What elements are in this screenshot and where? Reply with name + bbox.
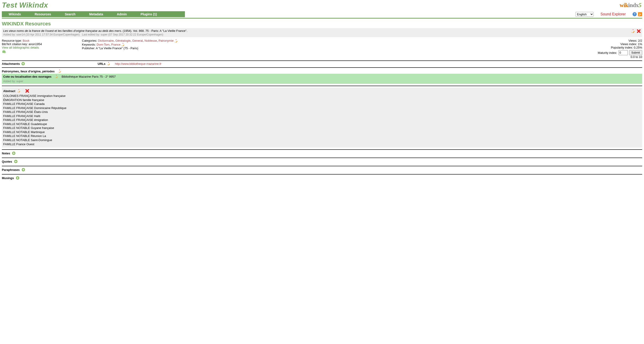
menu-admin[interactable]: Admin xyxy=(110,11,134,17)
abstract-line: FAMILLE FRANÇAISE États-Unis xyxy=(3,110,641,114)
category-link[interactable]: Dictionnaire xyxy=(98,39,114,42)
categories-label: Categories: xyxy=(82,39,98,42)
basket-add-icon[interactable] xyxy=(2,49,6,53)
pencil-icon[interactable] xyxy=(107,62,110,66)
paraphrases-label: Paraphrases xyxy=(2,168,20,172)
abstract-content: COLONIES FRANÇAISE immigration française… xyxy=(3,94,641,146)
urls-label: URLs xyxy=(98,62,106,66)
logo: wikindx5 xyxy=(620,2,641,9)
cote-label: Cote ou localisation des ouvrages xyxy=(3,75,52,78)
keywords-label: Keywords: xyxy=(82,43,96,46)
resource-type-label: Resource type: xyxy=(2,39,23,42)
delete-icon[interactable] xyxy=(25,89,29,93)
language-select[interactable]: English xyxy=(575,12,594,17)
abstract-line: ÉMIGRATION famille française xyxy=(3,98,641,102)
keyword-link[interactable]: Dom-Tom xyxy=(96,43,110,46)
plus-icon[interactable] xyxy=(14,160,18,163)
publisher: Publisher: A "La Vieille France" (75 - P… xyxy=(82,47,591,50)
added-by: Added by: user14 (10 Apr 2011 17:57:34 E… xyxy=(3,33,80,36)
patronymes-label: Patronymes, lieux d'origine, périodes xyxy=(2,70,55,73)
main-menu: Wikindx Resources Search Metadata Admin … xyxy=(2,11,185,17)
views-index: Views index: 1% xyxy=(598,42,642,46)
cote-value: Bibliothèque Mazarine Paris 75 - 2° 9957 xyxy=(62,75,116,78)
cote-added-by: Added by: super xyxy=(2,79,642,84)
pencil-icon[interactable] xyxy=(55,75,58,78)
category-link[interactable]: Noblesse xyxy=(144,39,157,42)
delete-icon[interactable] xyxy=(637,29,641,33)
keyword-link[interactable]: France xyxy=(111,43,120,46)
divider xyxy=(2,166,642,166)
category-link[interactable]: General xyxy=(132,39,143,42)
menu-resources[interactable]: Resources xyxy=(28,11,58,17)
musings-label: Musings xyxy=(2,176,14,180)
site-title: Test Wikindx xyxy=(2,1,642,10)
pencil-icon[interactable] xyxy=(631,29,635,33)
abstract-line: FAMILLE NOTABLE Guadeloupe xyxy=(3,122,641,126)
pencil-icon[interactable] xyxy=(58,69,62,73)
abstract-line: FAMILLE NOTABLE Martinique xyxy=(3,130,641,134)
page-heading: WIKINDX Resources xyxy=(2,21,642,27)
last-edited: Last edited by: super (07 Sep 2017 20:32… xyxy=(82,33,163,36)
menu-wikindx[interactable]: Wikindx xyxy=(2,11,28,17)
plus-icon[interactable] xyxy=(12,151,16,155)
menu-metadata[interactable]: Metadata xyxy=(82,11,110,17)
maturity-input[interactable] xyxy=(618,50,628,55)
view-all-link[interactable]: View all bibliographic details xyxy=(2,46,39,49)
maturity-label: Maturity index: xyxy=(598,51,617,55)
divider xyxy=(2,158,642,158)
divider xyxy=(2,67,642,68)
citation-rest: . (1954). Vol. 868. 75 - Paris: A "La Vi… xyxy=(121,29,187,33)
sound-explorer-link[interactable]: Sound Explorer xyxy=(600,12,626,16)
plus-icon[interactable] xyxy=(16,176,20,180)
bibtex-key: BibTeX citation key: anon1954 xyxy=(2,42,75,46)
abstract-line: FAMILLE NOTABLE Réunion La xyxy=(3,134,641,138)
rss-icon[interactable] xyxy=(638,12,642,16)
maturity-range: 0.0 to 10 xyxy=(598,55,642,59)
submit-button[interactable]: Submit xyxy=(629,50,642,55)
plus-icon[interactable] xyxy=(21,62,25,66)
divider xyxy=(2,61,642,61)
category-link[interactable]: Généalogie xyxy=(115,39,131,42)
citation-box: Les vieux noms de la france de l'ouest e… xyxy=(2,28,642,37)
popularity-index: Popularity index: 0.25% xyxy=(598,46,642,49)
abstract-label: Abstract xyxy=(3,89,15,93)
views: Views: 2/2 xyxy=(598,39,642,42)
attachments-label: Attachments xyxy=(2,62,20,66)
abstract-line: FAMILLE NOTABLE Saint-Domingue xyxy=(3,138,641,142)
divider xyxy=(2,86,642,86)
abstract-line: FAMILLE France Ouest xyxy=(3,142,641,146)
menu-plugins[interactable]: Plugins (1) xyxy=(134,11,164,17)
citation-title: Les vieux noms de la france de l'ouest e… xyxy=(3,29,121,33)
category-link[interactable]: Patronymie xyxy=(158,39,174,42)
abstract-line: FAMILLE FRANÇAISE Dominicaine République xyxy=(3,106,641,110)
url-link[interactable]: http://www.bibliotheque-mazarine.fr xyxy=(115,62,161,66)
notes-label: Notes xyxy=(2,152,10,155)
abstract-line: FAMILLE FRANÇAISE Canada xyxy=(3,102,641,106)
abstract-line: FAMILLE FRANÇAISE Haïti xyxy=(3,114,641,118)
divider xyxy=(2,174,642,175)
pencil-icon[interactable] xyxy=(17,89,21,93)
pencil-icon[interactable] xyxy=(121,43,125,47)
plus-icon[interactable] xyxy=(22,168,25,172)
divider xyxy=(2,149,642,150)
abstract-line: FAMILLE FRANÇAISE émigration xyxy=(3,118,641,122)
abstract-line: COLONIES FRANÇAISE immigration française xyxy=(3,94,641,98)
pencil-icon[interactable] xyxy=(174,39,178,43)
divider xyxy=(2,18,642,19)
help-icon[interactable]: ? xyxy=(632,12,637,16)
abstract-line: FAMILLE NOTABLE Guyane française xyxy=(3,126,641,130)
resource-type-link[interactable]: Book xyxy=(23,39,30,42)
quotes-label: Quotes xyxy=(2,160,12,163)
menu-search[interactable]: Search xyxy=(58,11,82,17)
